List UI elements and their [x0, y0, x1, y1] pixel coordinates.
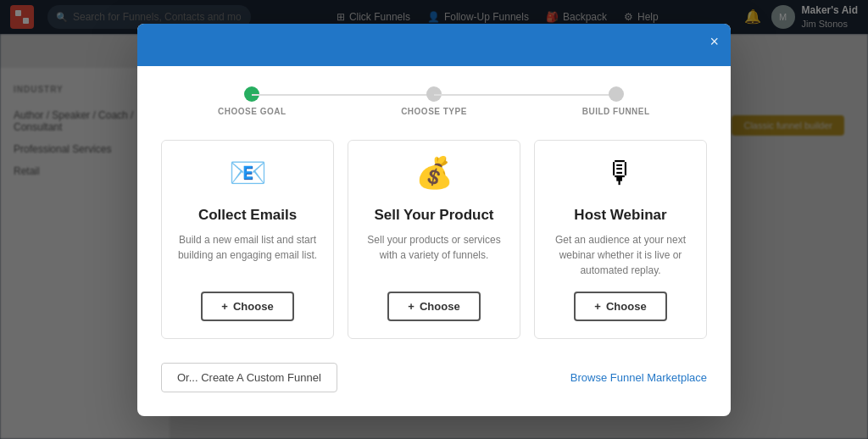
plus-icon: +: [221, 300, 228, 313]
modal-body: CHOOSE GOAL CHOOSE TYPE BUILD FUNNEL 📧: [137, 66, 731, 416]
host-webinar-title: Host Webinar: [574, 207, 666, 224]
host-webinar-desc: Get an audience at your next webinar whe…: [548, 232, 693, 278]
modal-header: ×: [137, 24, 731, 66]
sell-product-title: Sell Your Product: [374, 207, 493, 224]
host-webinar-choose-button[interactable]: + Choose: [574, 292, 666, 321]
modal-close-button[interactable]: ×: [709, 34, 719, 49]
modal: × CHOOSE GOAL CHOOSE TYPE BUILD FUNNEL: [137, 24, 731, 416]
sell-product-desc: Sell your products or services with a va…: [362, 232, 506, 278]
modal-overlay: × CHOOSE GOAL CHOOSE TYPE BUILD FUNNEL: [0, 0, 868, 439]
step-build-funnel: BUILD FUNNEL: [525, 86, 707, 116]
plus-icon: +: [594, 300, 601, 313]
step-choose-type: CHOOSE TYPE: [343, 86, 526, 116]
sell-product-icon: 💰: [414, 158, 454, 198]
host-webinar-icon: 🎙: [600, 158, 641, 198]
collect-emails-desc: Build a new email list and start buildin…: [175, 232, 320, 278]
browse-funnel-marketplace-link[interactable]: Browse Funnel Marketplace: [570, 371, 707, 384]
sell-product-choose-button[interactable]: + Choose: [387, 292, 480, 321]
collect-emails-title: Collect Emails: [198, 207, 297, 224]
card-sell-product: 💰 Sell Your Product Sell your products o…: [348, 140, 520, 339]
funnel-cards-row: 📧 Collect Emails Build a new email list …: [161, 140, 707, 339]
modal-footer: Or... Create A Custom Funnel Browse Funn…: [161, 359, 707, 392]
card-host-webinar: 🎙 Host Webinar Get an audience at your n…: [534, 140, 707, 339]
plus-icon: +: [408, 300, 415, 313]
stepper: CHOOSE GOAL CHOOSE TYPE BUILD FUNNEL: [161, 86, 707, 116]
step-circle-build: [609, 86, 624, 102]
collect-emails-choose-button[interactable]: + Choose: [201, 292, 293, 321]
card-collect-emails: 📧 Collect Emails Build a new email list …: [161, 140, 334, 339]
collect-emails-icon: 📧: [227, 158, 268, 198]
step-choose-goal: CHOOSE GOAL: [161, 86, 343, 116]
create-custom-funnel-button[interactable]: Or... Create A Custom Funnel: [161, 363, 337, 392]
